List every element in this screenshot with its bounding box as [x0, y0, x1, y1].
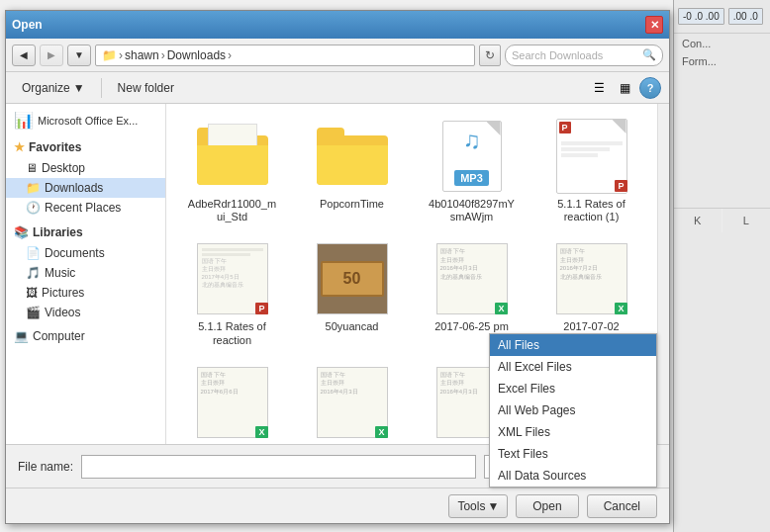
chevron-down-icon: ▼	[74, 49, 84, 60]
file-item-mp3[interactable]: ♫ MP3 4b01040f8297mYsmAWjm	[414, 112, 529, 230]
dropdown-item-datasources[interactable]: All Data Sources	[490, 465, 656, 487]
dropdown-item-xml[interactable]: XML Files	[490, 421, 656, 443]
xlsx-badge-r3a-icon: X	[255, 426, 267, 438]
search-placeholder: Search Downloads	[512, 49, 603, 61]
action-bar: Tools ▼ Open Cancel	[6, 488, 669, 523]
filetype-dropdown-overlay: All Files All Excel Files Excel Files Al…	[489, 333, 657, 488]
view-grid-button[interactable]: ▦	[614, 77, 635, 99]
folder-thumb-adberd	[195, 119, 270, 194]
sidebar-item-videos[interactable]: 🎬 Videos	[6, 303, 165, 322]
dropdown-item-allfiles[interactable]: All Files	[490, 334, 656, 356]
libraries-icon: 📚	[14, 225, 29, 239]
sidebar-item-desktop[interactable]: 🖥 Desktop	[6, 158, 165, 178]
mp3-thumb: ♫ MP3	[434, 119, 510, 194]
organize-chevron-icon: ▼	[73, 81, 85, 95]
file-item-popcorntime[interactable]: PopcornTime	[294, 112, 410, 230]
help-icon: ?	[647, 82, 654, 94]
ppt-badge-icon: P	[615, 180, 626, 192]
forward-icon: ▶	[48, 49, 55, 60]
office-icon: 📊	[14, 111, 34, 130]
back-button[interactable]: ◀	[12, 44, 36, 66]
xlsx-badge-june-icon: X	[495, 303, 507, 314]
dropdown-arrow-button[interactable]: ▼	[67, 44, 91, 66]
xlsx-thumb-2017june: 国语 下午主日崇拜2016年4月3日北的基典编音乐 X	[434, 241, 510, 316]
sidebar-item-office[interactable]: 📊 Microsoft Office Ex...	[6, 108, 165, 133]
sidebar-item-music[interactable]: 🎵 Music	[6, 263, 165, 283]
sidebar-item-downloads[interactable]: 📁 Downloads	[6, 178, 165, 198]
xlsx-badge-r3b-icon: X	[375, 426, 387, 438]
music-icon: 🎵	[26, 266, 41, 280]
cancel-button[interactable]: Cancel	[587, 494, 657, 518]
sidebar-item-pictures[interactable]: 🖼 Pictures	[6, 283, 165, 303]
folder-thumb-popcorn	[315, 119, 390, 194]
tools-chevron-icon: ▼	[487, 499, 499, 513]
close-button[interactable]: ✕	[645, 16, 663, 34]
sidebar-section-office: 📊 Microsoft Office Ex...	[6, 108, 165, 133]
file-item-row3b[interactable]: 国语 下午主日崇拜2016年4月3日 X	[294, 358, 410, 444]
recent-icon: 🕐	[26, 201, 41, 215]
file-name-popcorn: PopcornTime	[320, 198, 384, 211]
xlsx-thumb-2017july: 国语 下午主日崇拜2016年7月2日北的基典编音乐 X	[554, 241, 629, 316]
ppt-thumb-rates2: 国语 下午主日崇拜2017年4月5日北的基典编音乐 P	[195, 241, 270, 316]
sidebar-office-label: Microsoft Office Ex...	[38, 115, 138, 127]
star-icon: ★	[14, 140, 25, 154]
toolbar: Organize ▼ New folder ☰ ▦ ?	[6, 72, 669, 104]
toolbar-divider	[101, 78, 102, 98]
dialog-title: Open	[12, 18, 43, 32]
toolbar-right: ☰ ▦ ?	[588, 77, 661, 99]
file-name-rates1: 5.1.1 Rates of reaction (1)	[547, 198, 636, 223]
sidebar-item-documents[interactable]: 📄 Documents	[6, 243, 165, 263]
xlsx-badge-july-icon: X	[615, 303, 626, 314]
open-button[interactable]: Open	[516, 494, 578, 518]
xlsx-thumb-r3b: 国语 下午主日崇拜2016年4月3日 X	[315, 365, 390, 440]
dropdown-item-excel[interactable]: Excel Files	[490, 378, 656, 399]
pictures-icon: 🖼	[26, 286, 38, 300]
address-bar: ◀ ▶ ▼ 📁 › shawn › Downloads › ↻ Search D…	[6, 39, 669, 72]
file-name-50yuan: 50yuancad	[326, 320, 379, 333]
sidebar-item-recent[interactable]: 🕐 Recent Places	[6, 198, 165, 218]
organize-button[interactable]: Organize ▼	[14, 76, 93, 100]
file-item-adberd[interactable]: AdbeRdr11000_mui_Std	[174, 112, 290, 230]
refresh-icon: ↻	[485, 48, 495, 62]
open-dialog: Open ✕ ◀ ▶ ▼ 📁 › shawn › Downloads › ↻ S…	[5, 10, 670, 524]
file-name-mp3: 4b01040f8297mYsmAWjm	[428, 198, 517, 223]
view-list-icon: ☰	[594, 81, 605, 95]
documents-icon: 📄	[26, 246, 41, 260]
ppt-thumb-rates1: P P	[554, 119, 629, 194]
sidebar-header-libraries: 📚 Libraries	[6, 222, 165, 243]
file-item-rates1[interactable]: P P 5.1.1 Rates of reaction (1)	[533, 112, 649, 230]
filename-input[interactable]	[81, 455, 476, 479]
address-path[interactable]: 📁 › shawn › Downloads ›	[95, 44, 475, 66]
img-thumb-50yuan: 50	[315, 241, 390, 316]
search-box[interactable]: Search Downloads 🔍	[505, 44, 663, 66]
path-user: shawn	[125, 48, 159, 62]
tools-label: Tools	[457, 499, 485, 513]
path-root-icon: 📁	[102, 48, 117, 62]
help-button[interactable]: ?	[639, 77, 661, 99]
file-name-rates2: 5.1.1 Rates of reaction	[188, 320, 277, 346]
sidebar-header-favorites: ★ Favorites	[6, 136, 165, 158]
tools-button[interactable]: Tools ▼	[448, 494, 508, 518]
videos-icon: 🎬	[26, 306, 41, 319]
file-item-row3a[interactable]: 国语 下午主日崇拜2017年6月6日 X	[174, 358, 290, 444]
file-name-2017june: 2017-06-25 pm	[434, 320, 509, 333]
dropdown-item-webpages[interactable]: All Web Pages	[490, 399, 656, 421]
dropdown-item-text[interactable]: Text Files	[490, 443, 656, 465]
forward-button[interactable]: ▶	[40, 44, 63, 66]
sidebar: 📊 Microsoft Office Ex... ★ Favorites 🖥 D…	[6, 104, 166, 444]
file-item-rates2[interactable]: 国语 下午主日崇拜2017年4月5日北的基典编音乐 P 5.1.1 Rates …	[174, 234, 290, 353]
view-grid-icon: ▦	[620, 81, 630, 95]
file-item-50yuan[interactable]: 50 50yuancad	[294, 234, 410, 353]
refresh-button[interactable]: ↻	[479, 44, 501, 66]
sidebar-item-computer[interactable]: 💻 Computer	[6, 326, 165, 346]
view-list-button[interactable]: ☰	[588, 77, 610, 99]
sidebar-section-computer: 💻 Computer	[6, 326, 165, 346]
organize-label: Organize	[22, 81, 70, 95]
scrollbar[interactable]	[657, 104, 669, 444]
new-folder-button[interactable]: New folder	[110, 76, 182, 100]
file-name-adberd: AdbeRdr11000_mui_Std	[188, 198, 277, 223]
dropdown-item-allexcel[interactable]: All Excel Files	[490, 356, 656, 378]
back-icon: ◀	[20, 49, 28, 60]
new-folder-label: New folder	[118, 81, 174, 95]
path-folder: Downloads	[167, 48, 226, 62]
